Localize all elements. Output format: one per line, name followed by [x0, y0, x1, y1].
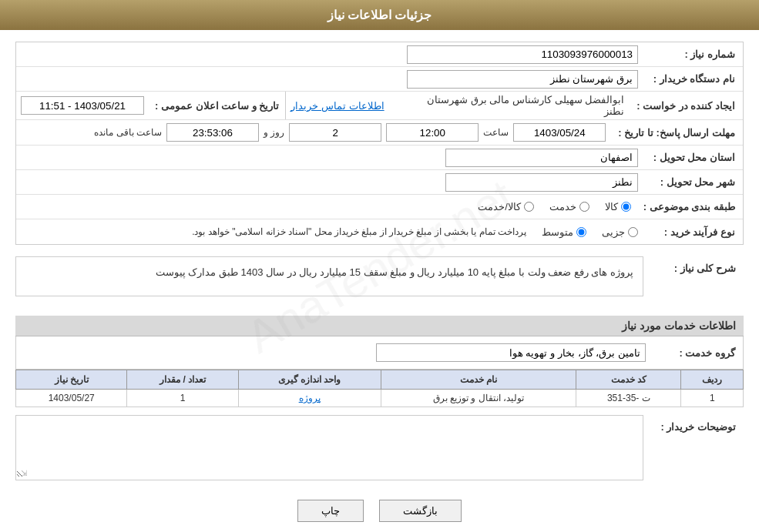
buyer-desc-section: توضیحات خریدار : ⇲: [15, 415, 744, 480]
need-number-label: شماره نیاز :: [643, 45, 743, 63]
col-code: کد خدمت: [576, 370, 681, 390]
buyer-desc-textarea[interactable]: [16, 416, 643, 477]
purchase-type-label: نوع فرآیند خرید :: [643, 223, 743, 241]
category-option-service[interactable]: خدمت: [549, 201, 589, 212]
city-input[interactable]: [445, 173, 638, 192]
buyer-desc-label: توضیحات خریدار :: [643, 415, 744, 439]
purchase-type-options: جزیی متوسط پرداخت تمام یا بخشی از مبلغ خ…: [16, 223, 643, 241]
cell-code: ت -35-351: [576, 390, 681, 407]
deadline-remaining-input[interactable]: [166, 123, 259, 142]
cell-unit[interactable]: پروژه: [238, 390, 381, 407]
service-group-label: گروه خدمت :: [650, 347, 743, 359]
purchase-label-medium: متوسط: [542, 226, 573, 238]
deadline-label: مهلت ارسال پاسخ: تا تاریخ :: [610, 124, 743, 142]
need-number-row: شماره نیاز :: [16, 42, 743, 67]
cell-row-num: 1: [681, 390, 744, 407]
deadline-days-input[interactable]: [289, 123, 381, 142]
need-number-input[interactable]: [407, 45, 638, 64]
purchase-type-medium[interactable]: متوسط: [542, 226, 586, 238]
need-number-value-box: [16, 43, 643, 66]
col-date: تاریخ نیاز: [16, 370, 127, 390]
city-row: شهر محل تحویل :: [16, 170, 743, 195]
city-value-box: [16, 171, 643, 194]
print-button[interactable]: چاپ: [297, 500, 364, 522]
deadline-remaining-label: ساعت باقی مانده: [94, 127, 162, 138]
buyer-org-label: نام دستگاه خریدار :: [643, 70, 743, 88]
page-wrapper: جزئیات اطلاعات نیاز شماره نیاز : نام دست…: [0, 0, 759, 532]
purchase-label-partial: جزیی: [602, 226, 625, 238]
buyer-org-value-box: [16, 68, 643, 91]
deadline-date-input[interactable]: [513, 123, 606, 142]
deadline-time-input[interactable]: [386, 123, 479, 142]
announce-section: تاریخ و ساعت اعلان عمومی :: [16, 92, 286, 119]
province-row: استان محل تحویل :: [16, 146, 743, 170]
creator-value-box: ابوالفضل سهیلی کارشناس مالی برق شهرستان …: [286, 92, 629, 119]
general-desc-label: شرح کلی نیاز :: [643, 256, 744, 277]
services-section-title: اطلاعات خدمات مورد نیاز: [15, 316, 744, 336]
general-desc-section: شرح کلی نیاز : پروژه های رفع ضعف ولت با …: [15, 256, 744, 308]
purchase-type-desc: پرداخت تمام یا بخشی از مبلغ خریدار از مب…: [21, 226, 526, 237]
col-row-num: ردیف: [681, 370, 744, 390]
category-radio-service[interactable]: [579, 202, 589, 212]
category-label-both: کالا/خدمت: [478, 201, 521, 212]
buyer-org-row: نام دستگاه خریدار :: [16, 67, 743, 92]
province-label: استان محل تحویل :: [643, 149, 743, 166]
province-value-box: [16, 146, 643, 169]
cell-date: 1403/05/27: [16, 390, 127, 407]
general-desc-content: پروژه های رفع ضعف ولت با مبلغ پایه 10 می…: [16, 257, 643, 296]
col-unit: واحد اندازه گیری: [238, 370, 381, 390]
deadline-row: مهلت ارسال پاسخ: تا تاریخ : ساعت روز و س…: [16, 120, 743, 146]
creator-value: ابوالفضل سهیلی کارشناس مالی برق شهرستان …: [405, 94, 625, 117]
creator-announce-row: ایجاد کننده در خواست : ابوالفضل سهیلی کا…: [16, 92, 743, 120]
deadline-value-box: ساعت روز و ساعت باقی مانده: [16, 120, 610, 145]
service-group-row: گروه خدمت :: [15, 336, 744, 370]
category-options: کالا خدمت کالا/خدمت: [473, 198, 636, 216]
buyer-org-input[interactable]: [407, 70, 638, 89]
announce-label: تاریخ و ساعت اعلان عمومی :: [149, 97, 285, 115]
page-title: جزئیات اطلاعات نیاز: [327, 8, 432, 22]
table-row: 1 ت -35-351 تولید، انتقال و توزیع برق پر…: [16, 390, 744, 407]
cell-name: تولید، انتقال و توزیع برق: [381, 390, 576, 407]
page-header: جزئیات اطلاعات نیاز: [0, 0, 759, 30]
purchase-type-partial[interactable]: جزیی: [602, 226, 638, 238]
category-radio-goods[interactable]: [621, 202, 631, 212]
category-label-service: خدمت: [549, 201, 576, 212]
city-label: شهر محل تحویل :: [643, 173, 743, 191]
col-quantity: تعداد / مقدار: [127, 370, 238, 390]
main-form-section: شماره نیاز : نام دستگاه خریدار : ایجاد ک…: [15, 42, 744, 245]
creator-label: ایجاد کننده در خواست :: [629, 92, 743, 119]
deadline-time-label: ساعت: [483, 127, 509, 138]
content-area: شماره نیاز : نام دستگاه خریدار : ایجاد ک…: [0, 30, 759, 532]
province-input[interactable]: [445, 149, 638, 167]
category-option-both[interactable]: کالا/خدمت: [478, 201, 534, 212]
buyer-desc-box: ⇲: [15, 415, 643, 480]
cell-quantity: 1: [127, 390, 238, 407]
col-name: نام خدمت: [381, 370, 576, 390]
table-header-row: ردیف کد خدمت نام خدمت واحد اندازه گیری ت…: [16, 370, 744, 390]
category-label: طبقه بندی موضوعی :: [636, 198, 743, 216]
general-desc-box: پروژه های رفع ضعف ولت با مبلغ پایه 10 می…: [15, 256, 643, 296]
service-group-input[interactable]: [376, 343, 646, 362]
category-option-goods[interactable]: کالا: [605, 201, 631, 212]
back-button[interactable]: بازگشت: [379, 500, 462, 522]
creator-contact-link[interactable]: اطلاعات تماس خریدار: [291, 100, 384, 112]
category-row: طبقه بندی موضوعی : کالا خدمت کالا/خدمت: [16, 195, 743, 219]
resize-handle-icon: ⇲: [18, 469, 27, 478]
category-radio-both[interactable]: [524, 202, 534, 212]
purchase-radio-medium[interactable]: [576, 227, 586, 237]
category-label-goods: کالا: [605, 201, 618, 212]
purchase-type-row: نوع فرآیند خرید : جزیی متوسط پرداخت تمام…: [16, 219, 743, 244]
announce-value-box: [16, 93, 149, 118]
deadline-days-label: روز و: [264, 127, 284, 138]
service-group-value: [16, 341, 650, 364]
announce-date-input[interactable]: [21, 96, 144, 115]
services-table: ردیف کد خدمت نام خدمت واحد اندازه گیری ت…: [15, 370, 744, 407]
purchase-radio-partial[interactable]: [628, 227, 638, 237]
buttons-row: بازگشت چاپ: [15, 492, 744, 532]
